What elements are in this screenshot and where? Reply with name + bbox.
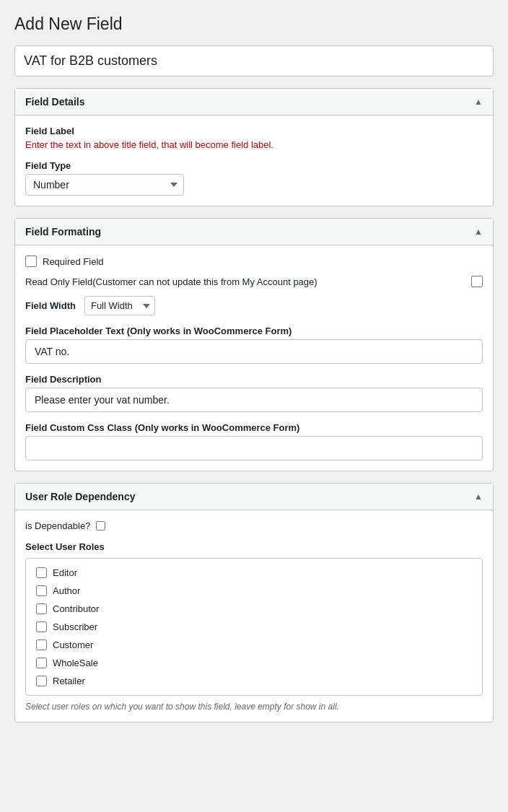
placeholder-text-label: Field Placeholder Text (Only works in Wo… xyxy=(25,326,483,336)
list-item: Customer xyxy=(36,639,472,650)
field-formatting-body: Required Field Read Only Field(Customer … xyxy=(15,245,493,471)
field-details-header[interactable]: Field Details ▲ xyxy=(15,89,493,115)
field-formatting-title: Field Formating xyxy=(25,226,101,237)
field-formatting-header[interactable]: Field Formating ▲ xyxy=(15,219,493,245)
user-role-dependency-card: User Role Dependency ▲ is Dependable? Se… xyxy=(14,483,494,722)
field-type-select[interactable]: Number Text Email URL Phone Date xyxy=(25,174,184,196)
field-title-input[interactable] xyxy=(14,45,494,77)
role-wholesale-label: WholeSale xyxy=(53,658,98,668)
field-width-label: Field Width xyxy=(25,300,76,311)
role-retailer-checkbox[interactable] xyxy=(36,676,47,686)
readonly-field-row: Read Only Field(Customer can not update … xyxy=(25,276,483,287)
page-title: Add New Field xyxy=(14,14,494,34)
field-width-select[interactable]: Full Width Half Width xyxy=(84,296,155,315)
field-label-hint: Enter the text in above title field, tha… xyxy=(25,139,483,150)
custom-css-input[interactable] xyxy=(25,436,483,460)
field-width-row: Field Width Full Width Half Width xyxy=(25,296,483,315)
custom-css-group: Field Custom Css Class (Only works in Wo… xyxy=(25,422,483,460)
user-role-body: is Dependable? Select User Roles Editor … xyxy=(15,510,493,722)
user-role-title: User Role Dependency xyxy=(25,491,136,502)
field-type-label: Field Type xyxy=(25,160,483,171)
field-details-collapse-icon[interactable]: ▲ xyxy=(474,97,483,107)
role-contributor-checkbox[interactable] xyxy=(36,603,47,614)
role-author-checkbox[interactable] xyxy=(36,585,47,596)
list-item: Author xyxy=(36,585,472,596)
role-retailer-label: Retailer xyxy=(53,676,85,686)
role-subscriber-checkbox[interactable] xyxy=(36,621,47,632)
field-description-label: Field Description xyxy=(25,374,483,385)
placeholder-text-group: Field Placeholder Text (Only works in Wo… xyxy=(25,326,483,364)
role-editor-label: Editor xyxy=(53,567,77,578)
role-subscriber-label: Subscriber xyxy=(53,621,97,632)
role-contributor-label: Contributor xyxy=(53,603,99,614)
role-customer-checkbox[interactable] xyxy=(36,639,47,650)
field-details-card: Field Details ▲ Field Label Enter the te… xyxy=(14,88,494,206)
roles-hint: Select user roles on which you want to s… xyxy=(25,702,483,712)
field-details-body: Field Label Enter the text in above titl… xyxy=(15,115,493,206)
roles-box: Editor Author Contributor Subscriber Cus… xyxy=(25,558,483,696)
role-customer-label: Customer xyxy=(53,639,93,650)
field-label-text: Field Label xyxy=(25,126,483,136)
is-dependable-checkbox[interactable] xyxy=(96,521,105,531)
is-dependable-row: is Dependable? xyxy=(25,520,483,531)
required-field-row: Required Field xyxy=(25,256,483,267)
readonly-field-checkbox[interactable] xyxy=(471,276,483,287)
user-role-collapse-icon[interactable]: ▲ xyxy=(474,492,483,502)
field-details-title: Field Details xyxy=(25,96,84,108)
list-item: Subscriber xyxy=(36,621,472,632)
field-label-group: Field Label Enter the text in above titl… xyxy=(25,126,483,150)
list-item: Editor xyxy=(36,567,472,578)
role-author-label: Author xyxy=(53,585,80,596)
field-formatting-card: Field Formating ▲ Required Field Read On… xyxy=(14,218,494,471)
list-item: Retailer xyxy=(36,676,472,686)
user-role-header[interactable]: User Role Dependency ▲ xyxy=(15,484,493,510)
list-item: Contributor xyxy=(36,603,472,614)
required-field-label: Required Field xyxy=(43,256,104,267)
list-item: WholeSale xyxy=(36,658,472,668)
is-dependable-label: is Dependable? xyxy=(25,520,90,531)
field-description-input[interactable] xyxy=(25,388,483,412)
role-wholesale-checkbox[interactable] xyxy=(36,658,47,668)
required-field-checkbox[interactable] xyxy=(25,256,37,267)
role-editor-checkbox[interactable] xyxy=(36,567,47,578)
field-description-group: Field Description xyxy=(25,374,483,412)
placeholder-text-input[interactable] xyxy=(25,339,483,364)
field-formatting-collapse-icon[interactable]: ▲ xyxy=(474,227,483,237)
custom-css-label: Field Custom Css Class (Only works in Wo… xyxy=(25,422,483,433)
field-type-group: Field Type Number Text Email URL Phone D… xyxy=(25,160,483,196)
readonly-field-label: Read Only Field(Customer can not update … xyxy=(25,276,465,287)
select-user-roles-label: Select User Roles xyxy=(25,541,483,552)
